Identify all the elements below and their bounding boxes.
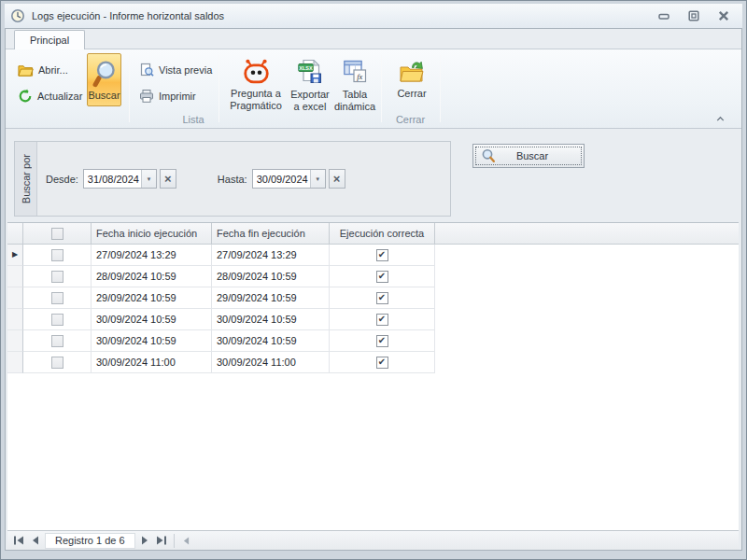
table-row[interactable]: 29/09/2024 10:59 29/09/2024 10:59 ✔ (7, 287, 739, 309)
next-record-icon (141, 536, 148, 545)
desde-date-input[interactable] (84, 170, 141, 188)
hasta-date-editor: ▼ (252, 169, 326, 189)
cell-fecha-fin[interactable]: 30/09/2024 10:59 (212, 309, 330, 330)
last-record-button[interactable] (153, 533, 170, 549)
search-magnifier-icon (92, 59, 117, 89)
table-row[interactable]: 28/09/2024 10:59 28/09/2024 10:59 ✔ (7, 266, 739, 287)
grid-header-row: Fecha inicio ejecución Fecha fin ejecuci… (7, 223, 739, 245)
row-select-checkbox[interactable] (51, 357, 63, 369)
ribbon-separator (218, 55, 219, 122)
row-select-checkbox[interactable] (51, 335, 63, 347)
svg-text:XLSX: XLSX (299, 65, 313, 71)
cell-fecha-fin[interactable]: 29/09/2024 10:59 (212, 287, 330, 309)
buscar-ribbon-button[interactable]: Buscar (87, 53, 121, 106)
record-navigator: Registro 1 de 6 (7, 530, 739, 550)
header-filler (435, 223, 739, 244)
first-record-button[interactable] (10, 533, 27, 549)
prev-record-button[interactable] (27, 533, 44, 549)
cell-fecha-inicio[interactable]: 30/09/2024 10:59 (92, 330, 212, 352)
row-indicator-cell (7, 287, 23, 309)
app-window: Logs ejecución - Informe horizontal sald… (0, 0, 747, 560)
desde-clear-button[interactable]: × (160, 169, 176, 189)
cell-fecha-inicio[interactable]: 29/09/2024 10:59 (92, 287, 212, 309)
checkmark-icon: ✔ (378, 315, 386, 324)
checkmark-icon: ✔ (378, 250, 386, 259)
ejecucion-correcta-checkbox[interactable]: ✔ (376, 335, 388, 347)
robot-icon (242, 59, 271, 84)
ejecucion-correcta-checkbox[interactable]: ✔ (376, 357, 388, 369)
scroll-left-button[interactable] (178, 533, 195, 549)
record-counter: Registro 1 de 6 (45, 533, 135, 549)
printer-icon (139, 89, 154, 104)
row-select-checkbox[interactable] (51, 314, 63, 326)
minimize-button[interactable] (655, 7, 673, 24)
excel-export-icon: XLSX (298, 59, 322, 85)
window-title: Logs ejecución - Informe horizontal sald… (32, 10, 224, 21)
column-header-fecha-inicio[interactable]: Fecha inicio ejecución (92, 223, 212, 244)
close-button[interactable] (714, 7, 733, 24)
row-select-checkbox[interactable] (51, 271, 63, 283)
group-caption-cerrar: Cerrar (381, 114, 440, 127)
buscar-por-panel-header: Buscar por (15, 142, 37, 216)
cell-fecha-fin[interactable]: 30/09/2024 10:59 (212, 330, 330, 352)
minimize-icon (657, 9, 670, 22)
cell-fecha-inicio[interactable]: 30/09/2024 11:00 (92, 352, 212, 373)
row-indicator-icon: ▶ (12, 251, 18, 259)
restore-button[interactable] (684, 7, 703, 24)
row-indicator-header (7, 223, 23, 244)
close-folder-icon (399, 59, 425, 84)
table-row[interactable]: 30/09/2024 10:59 30/09/2024 10:59 ✔ (7, 309, 739, 330)
checkmark-icon: ✔ (378, 293, 386, 302)
row-indicator-cell (7, 330, 23, 352)
checkmark-icon: ✔ (378, 336, 386, 345)
column-header-fecha-fin[interactable]: Fecha fin ejecución (212, 223, 330, 244)
row-indicator-cell (7, 266, 23, 287)
last-record-icon (156, 536, 167, 545)
table-row[interactable]: ▶ 27/09/2024 13:29 27/09/2024 13:29 ✔ (7, 245, 739, 266)
cell-fecha-inicio[interactable]: 30/09/2024 10:59 (92, 309, 212, 330)
ejecucion-correcta-checkbox[interactable]: ✔ (376, 271, 388, 283)
ribbon: Abrir... Actualizar Buscar Vista previa … (6, 49, 741, 129)
imprimir-button[interactable]: Imprimir (135, 86, 200, 106)
desde-dropdown-button[interactable]: ▼ (141, 170, 156, 188)
title-bar: Logs ejecución - Informe horizontal sald… (5, 4, 742, 28)
select-column-header[interactable] (23, 223, 92, 244)
vista-previa-button[interactable]: Vista previa (135, 60, 216, 80)
column-header-ejecucion-correcta[interactable]: Ejecución correcta (330, 223, 435, 244)
prev-record-icon (32, 536, 39, 545)
cell-fecha-fin[interactable]: 30/09/2024 11:00 (212, 352, 330, 373)
checkmark-icon: ✔ (378, 272, 386, 281)
cell-fecha-inicio[interactable]: 27/09/2024 13:29 (92, 245, 212, 266)
table-row[interactable]: 30/09/2024 11:00 30/09/2024 11:00 ✔ (7, 352, 739, 373)
hasta-clear-button[interactable]: × (329, 169, 345, 189)
select-all-checkbox[interactable] (51, 228, 63, 240)
chevron-up-icon (714, 113, 726, 124)
clock-icon (10, 8, 25, 23)
desde-date-editor: ▼ (83, 169, 157, 189)
restore-icon (687, 9, 700, 22)
search-icon (481, 148, 496, 163)
client-area: Principal Abrir... Actualizar Buscar Vis… (5, 28, 742, 551)
cell-fecha-fin[interactable]: 27/09/2024 13:29 (212, 245, 330, 266)
tab-principal[interactable]: Principal (14, 30, 85, 49)
row-select-checkbox[interactable] (51, 249, 63, 261)
refresh-icon (18, 89, 33, 104)
next-record-button[interactable] (136, 533, 153, 549)
cell-fecha-inicio[interactable]: 28/09/2024 10:59 (92, 266, 212, 287)
hasta-date-input[interactable] (253, 170, 310, 188)
cell-fecha-fin[interactable]: 28/09/2024 10:59 (212, 266, 330, 287)
actualizar-button[interactable]: Actualizar (14, 86, 86, 106)
hasta-dropdown-button[interactable]: ▼ (310, 170, 325, 188)
navigator-separator (174, 534, 175, 548)
ejecucion-correcta-checkbox[interactable]: ✔ (376, 292, 388, 304)
desde-label: Desde: (46, 174, 78, 185)
ejecucion-correcta-checkbox[interactable]: ✔ (376, 314, 388, 326)
buscar-panel-button[interactable]: Buscar (472, 144, 585, 168)
row-select-checkbox[interactable] (51, 292, 63, 304)
table-row[interactable]: 30/09/2024 10:59 30/09/2024 10:59 ✔ (7, 330, 739, 352)
clear-x-icon: × (164, 172, 172, 186)
collapse-ribbon-button[interactable] (712, 111, 728, 126)
abrir-button[interactable]: Abrir... (14, 60, 72, 80)
ribbon-separator (440, 55, 441, 122)
ejecucion-correcta-checkbox[interactable]: ✔ (376, 249, 388, 261)
